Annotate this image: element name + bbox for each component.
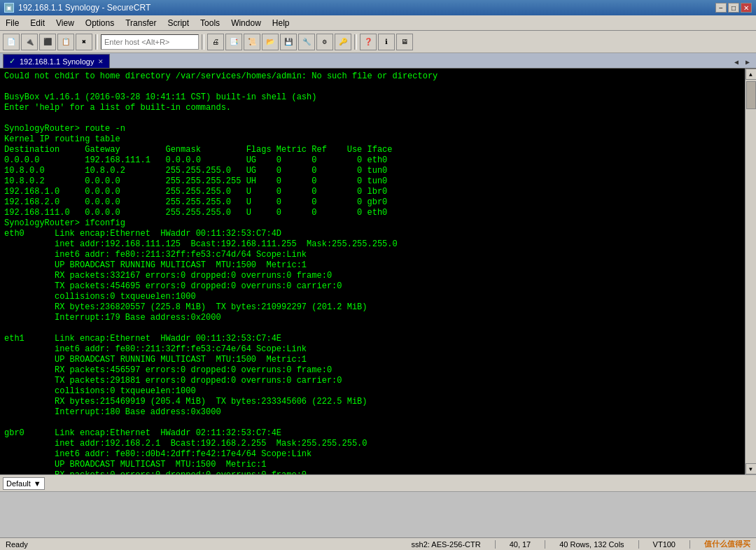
toolbar-btn-8[interactable]: 📂 (262, 34, 279, 50)
scroll-up-button[interactable]: ▲ (746, 69, 757, 80)
toolbar-btn-4[interactable]: 📋 (57, 34, 74, 50)
scroll-track[interactable] (746, 80, 756, 463)
status-ready: Ready (6, 540, 28, 549)
title-bar: ▣ 192.168.1.1 Synology - SecureCRT − □ ✕ (0, 0, 756, 15)
menu-file[interactable]: File (0, 15, 24, 30)
toolbar-btn-2[interactable]: 🔌 (21, 34, 38, 50)
toolbar-sep-1 (95, 34, 98, 50)
tab-navigation: ◀ ▶ (731, 57, 756, 68)
close-button[interactable]: ✕ (741, 3, 752, 13)
session-bar: Default ▼ (0, 474, 756, 491)
terminal-output: Could not chdir to home directory /var/s… (4, 71, 741, 474)
menu-transfer[interactable]: Transfer (120, 15, 162, 30)
menu-script[interactable]: Script (162, 15, 195, 30)
window-title: 192.168.1.1 Synology - SecureCRT (18, 3, 150, 13)
tab-bar: ✓ 192.168.1.1 Synology ✕ ◀ ▶ (0, 53, 756, 69)
app-icon: ▣ (4, 3, 14, 13)
status-dimensions: 40 Rows, 132 Cols (559, 540, 624, 549)
menu-help[interactable]: Help (267, 15, 295, 30)
toolbar-btn-6[interactable]: 📑 (225, 34, 242, 50)
status-terminal-type: VT100 (653, 540, 676, 549)
toolbar-btn-9[interactable]: 💾 (280, 34, 297, 50)
terminal-scrollbar[interactable]: ▲ ▼ (745, 69, 756, 474)
menu-bar: File Edit View Options Transfer Script T… (0, 15, 756, 31)
toolbar-btn-5[interactable]: ✖ (76, 34, 92, 50)
minimize-button[interactable]: − (715, 3, 727, 13)
menu-options[interactable]: Options (80, 15, 120, 30)
terminal-area[interactable]: Could not chdir to home directory /var/s… (0, 69, 745, 474)
menu-tools[interactable]: Tools (195, 15, 225, 30)
tab-checkmark: ✓ (9, 57, 15, 66)
maximize-button[interactable]: □ (728, 3, 739, 13)
toolbar-btn-12[interactable]: 🔑 (335, 34, 351, 50)
tab-prev-button[interactable]: ◀ (731, 57, 742, 68)
toolbar-btn-help[interactable]: ❓ (360, 34, 377, 50)
tab-label: 192.168.1.1 Synology (20, 57, 94, 66)
session-label: Default (6, 479, 31, 488)
menu-view[interactable]: View (50, 15, 80, 30)
toolbar: 📄 🔌 ⬛ 📋 ✖ 🖨 📑 📜 📂 💾 🔧 ⚙ 🔑 ❓ ℹ 🖥 (0, 31, 756, 53)
toolbar-sep-3 (354, 34, 357, 50)
menu-edit[interactable]: Edit (24, 15, 50, 30)
toolbar-btn-10[interactable]: 🔧 (298, 34, 315, 50)
dropdown-arrow-icon: ▼ (34, 479, 41, 488)
status-position: 40, 17 (510, 540, 531, 549)
toolbar-btn-info[interactable]: ℹ (378, 34, 395, 50)
terminal-wrapper: Could not chdir to home directory /var/s… (0, 69, 756, 474)
toolbar-btn-monitor[interactable]: 🖥 (396, 34, 413, 50)
scroll-thumb[interactable] (746, 81, 756, 109)
menu-window[interactable]: Window (225, 15, 267, 30)
status-sep-2 (545, 540, 545, 549)
status-sep-1 (495, 540, 496, 549)
host-input[interactable] (101, 34, 199, 50)
toolbar-btn-print[interactable]: 🖨 (207, 34, 224, 50)
tab-session[interactable]: ✓ 192.168.1.1 Synology ✕ (3, 54, 110, 68)
status-bar: Ready ssh2: AES-256-CTR 40, 17 40 Rows, … (0, 537, 756, 550)
toolbar-btn-7[interactable]: 📜 (244, 34, 260, 50)
toolbar-sep-2 (202, 34, 204, 50)
status-encryption: ssh2: AES-256-CTR (412, 540, 481, 549)
session-dropdown[interactable]: Default ▼ (3, 477, 45, 490)
toolbar-btn-3[interactable]: ⬛ (39, 34, 56, 50)
status-sep-4 (690, 540, 690, 549)
scroll-down-button[interactable]: ▼ (746, 463, 757, 474)
status-sep-3 (638, 540, 639, 549)
tab-next-button[interactable]: ▶ (742, 57, 753, 68)
toolbar-btn-1[interactable]: 📄 (3, 34, 20, 50)
toolbar-btn-11[interactable]: ⚙ (316, 34, 333, 50)
status-watermark: 值什么值得买 (704, 539, 750, 549)
tab-close-button[interactable]: ✕ (98, 58, 104, 65)
